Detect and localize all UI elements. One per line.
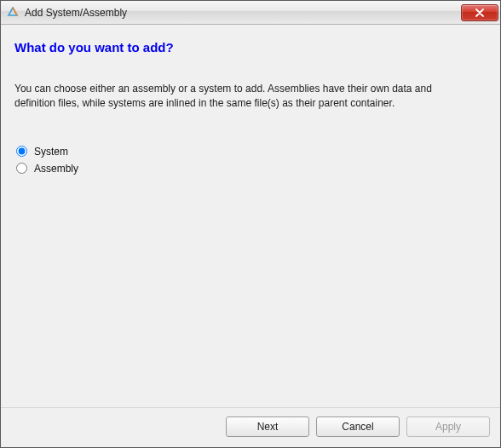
- option-system-label: System: [34, 146, 68, 158]
- close-button[interactable]: [461, 4, 498, 21]
- window-title: Add System/Assembly: [25, 7, 461, 19]
- option-assembly-label: Assembly: [34, 163, 78, 175]
- dialog-window: Add System/Assembly What do you want to …: [0, 0, 501, 448]
- page-heading: What do you want to add?: [14, 40, 487, 55]
- dialog-content: What do you want to add? You can choose …: [1, 25, 500, 407]
- dialog-footer: Next Cancel Apply: [1, 407, 500, 447]
- cancel-button[interactable]: Cancel: [316, 416, 400, 437]
- radio-assembly[interactable]: [16, 163, 27, 174]
- option-assembly[interactable]: Assembly: [16, 163, 487, 175]
- description-text: You can choose either an assembly or a s…: [14, 82, 475, 112]
- apply-button: Apply: [406, 416, 490, 437]
- next-button[interactable]: Next: [226, 416, 309, 437]
- app-icon: [6, 6, 20, 20]
- radio-system[interactable]: [16, 146, 27, 157]
- close-icon: [475, 9, 485, 17]
- option-group: System Assembly: [16, 146, 487, 175]
- titlebar: Add System/Assembly: [1, 1, 500, 25]
- option-system[interactable]: System: [16, 146, 487, 158]
